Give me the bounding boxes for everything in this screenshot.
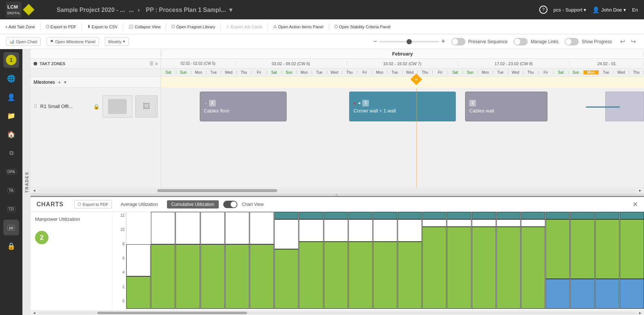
sidebar-item-opa[interactable]: OPA bbox=[3, 164, 19, 179]
nav-right: ? pcs - Support ▾ 👤 John Doe ▾ En bbox=[539, 6, 638, 14]
charts-scrollbar[interactable]: ◄ ► bbox=[31, 311, 644, 315]
zoom-slider[interactable] bbox=[379, 41, 439, 42]
zone-lock-icon[interactable]: 🔒 bbox=[93, 104, 100, 109]
chart-scrollbar-thumb[interactable] bbox=[97, 312, 247, 314]
task-cables-floor[interactable]: → 2 Cables floor bbox=[200, 92, 287, 121]
settings-icon[interactable]: ≡ bbox=[155, 61, 158, 66]
arrow-left-icon: ◄ bbox=[357, 101, 361, 105]
toggle-knob bbox=[452, 39, 458, 45]
sidebar-item-globe[interactable]: 🌐 bbox=[3, 71, 19, 86]
scroll-left-button[interactable]: ◄ bbox=[31, 188, 37, 192]
preserve-sequence-switch[interactable] bbox=[451, 38, 465, 45]
toolbar-secondary: 📊 Open Chart ⚑ Open Milestone Panel Week… bbox=[0, 34, 644, 49]
sidebar-item-user[interactable]: 👤 bbox=[3, 89, 19, 105]
top-navigation: LCMDIGITAL Sample Project 2020 - ... ...… bbox=[0, 0, 644, 19]
app-logo: LCMDIGITAL bbox=[6, 2, 51, 18]
open-chart-button[interactable]: 📊 Open Chart bbox=[6, 37, 41, 46]
charts-body: Manpower Utilization 2 12 10 8 6 4 2 0 bbox=[31, 212, 644, 311]
export-csv-button[interactable]: ⬇ Export to CSV bbox=[85, 23, 120, 31]
chart-view-toggle[interactable] bbox=[223, 201, 237, 208]
zoom-thumb bbox=[407, 39, 412, 44]
sidebar-item-layers[interactable]: ⧉ bbox=[3, 145, 19, 161]
help-button[interactable]: ? bbox=[539, 6, 547, 14]
day-cell-sat: Sat bbox=[448, 70, 463, 74]
charts-section: CHARTS ⬡ Export to PDF Average Utilizati… bbox=[31, 196, 644, 315]
collapse-milestone-button[interactable]: ▾ bbox=[64, 80, 66, 85]
trades-strip: TRADES bbox=[22, 49, 31, 315]
csv-icon: ⬇ bbox=[87, 24, 91, 29]
bar-group bbox=[570, 212, 594, 309]
support-button[interactable]: pcs - Support ▾ bbox=[553, 7, 586, 13]
open-milestone-button[interactable]: ⚑ Open Milestone Panel bbox=[47, 37, 99, 46]
day-cell-fri: Fri bbox=[252, 70, 267, 74]
bar-group bbox=[176, 212, 200, 309]
add-takt-zone-button[interactable]: + Add Takt Zone bbox=[3, 23, 37, 31]
filter-icon[interactable]: ☰ bbox=[149, 61, 154, 66]
avg-util-tab[interactable]: Average Utilization bbox=[116, 200, 162, 209]
collapse-view-button[interactable]: ⬜ Collapse View bbox=[126, 23, 163, 31]
manage-links-switch[interactable] bbox=[514, 38, 528, 45]
open-action-button[interactable]: ⚠ Open Action Items Panel bbox=[271, 23, 325, 31]
day-cell-wed: Wed bbox=[508, 70, 524, 74]
scrollbar-thumb[interactable] bbox=[157, 189, 277, 192]
sidebar-item-pp[interactable]: pp bbox=[3, 220, 19, 235]
lock-icon: 🔒 bbox=[7, 242, 15, 250]
zoom-out-button[interactable]: − bbox=[373, 38, 377, 45]
ta-badge: TA bbox=[7, 188, 15, 193]
user-icon: 👤 bbox=[7, 93, 15, 101]
undo-button[interactable]: ↩ bbox=[618, 37, 627, 46]
day-cell-tue: Tue bbox=[388, 70, 403, 74]
cum-util-tab[interactable]: Cumulative Utilization bbox=[167, 200, 219, 209]
job-icon: ⚠ bbox=[226, 24, 230, 29]
chart-scroll-right[interactable]: ► bbox=[637, 311, 643, 315]
week-cw8: 17.02 - 23.02 (CW 8) bbox=[458, 61, 569, 66]
export-pdf-button[interactable]: ⬡ Export to PDF bbox=[44, 23, 79, 31]
redo-button[interactable]: ↪ bbox=[629, 37, 638, 46]
zoom-control: − + bbox=[373, 38, 445, 45]
zone-row: ⠿ R1 Small Offi... 🔒 🖼 bbox=[31, 88, 161, 125]
day-cell-mon: Mon bbox=[297, 70, 312, 74]
day-cell-tue: Tue bbox=[206, 70, 222, 74]
sidebar-item-house[interactable]: 🏠 bbox=[3, 127, 19, 142]
sidebar-item-ta[interactable]: TA bbox=[3, 182, 19, 198]
add-milestone-button[interactable]: + bbox=[58, 79, 61, 85]
show-progress-switch[interactable] bbox=[565, 38, 579, 45]
sidebar-item-tzi[interactable]: TZI bbox=[3, 201, 19, 217]
open-fragnet-button[interactable]: ⬡ Open Fragnet Library bbox=[169, 23, 218, 31]
chart-view-label: Chart View bbox=[242, 202, 263, 207]
bar-group bbox=[595, 212, 619, 309]
task-corner-wall[interactable]: ■ ◄ 1 Corner wall + 1.wall bbox=[349, 92, 455, 121]
pdf-icon: ⬡ bbox=[78, 202, 81, 207]
week-cw9: 24.02 - 01 bbox=[569, 61, 644, 66]
task-cables-wall[interactable]: 2 Cables wall bbox=[465, 92, 547, 121]
weekly-view-button[interactable]: Weekly ▾ bbox=[105, 37, 129, 46]
sidebar-item-home[interactable]: 1 bbox=[3, 52, 19, 68]
chart-scroll-left[interactable]: ◄ bbox=[31, 311, 37, 315]
charts-export-pdf-button[interactable]: ⬡ Export to PDF bbox=[74, 200, 112, 209]
open-stability-button[interactable]: ⬡ Open Stability Criteria Panel bbox=[332, 23, 393, 31]
bar-group bbox=[201, 212, 225, 309]
sidebar-item-folder[interactable]: 📁 bbox=[3, 108, 19, 124]
zoom-in-button[interactable]: + bbox=[441, 38, 445, 45]
scrollbar-track bbox=[37, 189, 637, 192]
user-button[interactable]: 👤 John Doe ▾ bbox=[592, 6, 626, 13]
takt-zones-header: TAKT ZONES ☰ ≡ bbox=[31, 59, 161, 69]
resize-handle[interactable]: ≡ bbox=[31, 193, 644, 196]
collapse-icon: ⬜ bbox=[128, 24, 133, 29]
month-header: February bbox=[161, 49, 644, 59]
y-axis: 12 10 8 6 4 2 0 bbox=[113, 212, 126, 311]
bar-group bbox=[398, 212, 422, 309]
lang-button[interactable]: En bbox=[632, 7, 638, 13]
divider bbox=[268, 23, 268, 31]
sidebar-item-lock[interactable]: 🔒 bbox=[3, 238, 19, 254]
plan-dropdown-arrow[interactable]: ▾ bbox=[229, 7, 232, 13]
export-job-button[interactable]: ⚠ Export Job Cards bbox=[224, 23, 265, 31]
scroll-right-button[interactable]: ► bbox=[637, 188, 643, 192]
drag-handle-icon[interactable]: ⠿ bbox=[34, 104, 37, 109]
day-cell-wed: Wed bbox=[327, 70, 342, 74]
day-cell-sat: Sat bbox=[553, 70, 569, 74]
charts-close-button[interactable]: ✕ bbox=[632, 200, 638, 209]
stability-icon: ⬡ bbox=[334, 24, 338, 29]
gantt-timeline: February 02.02 - 02.02 (CW 5) 03.02 - 09… bbox=[161, 49, 644, 188]
task-number: 2 bbox=[469, 100, 476, 106]
